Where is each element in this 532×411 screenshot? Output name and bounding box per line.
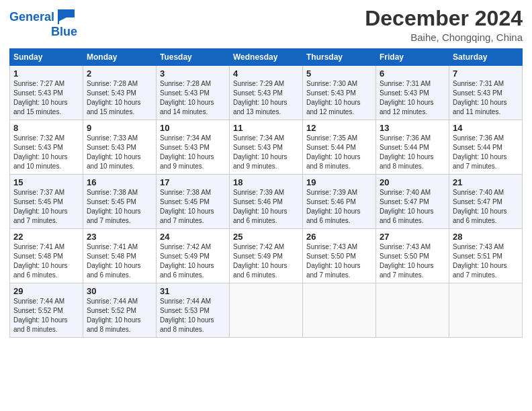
day-number: 24 (160, 232, 226, 242)
day-number: 25 (233, 232, 299, 242)
day-number: 26 (306, 232, 372, 242)
day-number: 31 (160, 286, 226, 296)
day-info: Sunrise: 7:28 AM Sunset: 5:43 PM Dayligh… (87, 79, 152, 117)
day-number: 5 (306, 68, 372, 79)
day-number: 14 (453, 123, 519, 133)
day-info: Sunrise: 7:29 AM Sunset: 5:43 PM Dayligh… (233, 79, 299, 117)
day-info: Sunrise: 7:43 AM Sunset: 5:50 PM Dayligh… (306, 242, 372, 280)
calendar-cell: 20Sunrise: 7:40 AM Sunset: 5:47 PM Dayli… (376, 175, 449, 229)
calendar-cell (230, 283, 303, 338)
day-info: Sunrise: 7:28 AM Sunset: 5:43 PM Dayligh… (160, 79, 226, 117)
calendar-cell: 29Sunrise: 7:44 AM Sunset: 5:52 PM Dayli… (10, 283, 83, 338)
calendar-cell: 5Sunrise: 7:30 AM Sunset: 5:43 PM Daylig… (303, 66, 376, 120)
day-info: Sunrise: 7:39 AM Sunset: 5:46 PM Dayligh… (233, 188, 299, 226)
day-number: 23 (87, 232, 152, 242)
day-number: 17 (160, 177, 226, 187)
calendar-cell: 10Sunrise: 7:34 AM Sunset: 5:43 PM Dayli… (157, 120, 230, 175)
day-number: 12 (306, 123, 372, 133)
col-header-monday: Monday (83, 49, 157, 66)
day-info: Sunrise: 7:37 AM Sunset: 5:45 PM Dayligh… (13, 188, 79, 226)
calendar-cell: 4Sunrise: 7:29 AM Sunset: 5:43 PM Daylig… (230, 66, 303, 120)
day-info: Sunrise: 7:39 AM Sunset: 5:46 PM Dayligh… (306, 188, 372, 226)
day-info: Sunrise: 7:41 AM Sunset: 5:48 PM Dayligh… (87, 242, 152, 280)
calendar-cell: 2Sunrise: 7:28 AM Sunset: 5:43 PM Daylig… (83, 66, 157, 120)
calendar-table: SundayMondayTuesdayWednesdayThursdayFrid… (9, 48, 523, 338)
day-info: Sunrise: 7:42 AM Sunset: 5:49 PM Dayligh… (160, 242, 226, 280)
day-info: Sunrise: 7:43 AM Sunset: 5:50 PM Dayligh… (380, 242, 445, 280)
calendar-cell: 30Sunrise: 7:44 AM Sunset: 5:52 PM Dayli… (83, 283, 157, 338)
day-number: 8 (13, 123, 79, 133)
day-info: Sunrise: 7:40 AM Sunset: 5:47 PM Dayligh… (380, 188, 445, 226)
day-number: 21 (453, 177, 519, 187)
calendar-cell: 9Sunrise: 7:33 AM Sunset: 5:43 PM Daylig… (83, 120, 157, 175)
day-number: 1 (13, 68, 79, 79)
day-number: 29 (13, 286, 79, 296)
calendar-cell: 7Sunrise: 7:31 AM Sunset: 5:43 PM Daylig… (449, 66, 523, 120)
day-number: 15 (13, 177, 79, 187)
day-info: Sunrise: 7:36 AM Sunset: 5:44 PM Dayligh… (380, 134, 445, 171)
page-title: December 2024 (365, 7, 523, 30)
calendar-cell: 12Sunrise: 7:35 AM Sunset: 5:44 PM Dayli… (303, 120, 376, 175)
calendar-cell: 25Sunrise: 7:42 AM Sunset: 5:49 PM Dayli… (230, 229, 303, 283)
calendar-cell: 17Sunrise: 7:38 AM Sunset: 5:45 PM Dayli… (157, 175, 230, 229)
logo-subtext: Blue (51, 26, 77, 39)
day-info: Sunrise: 7:33 AM Sunset: 5:43 PM Dayligh… (87, 134, 152, 171)
col-header-wednesday: Wednesday (230, 49, 303, 66)
col-header-tuesday: Tuesday (157, 49, 230, 66)
day-number: 10 (160, 123, 226, 133)
logo-text: General (9, 11, 54, 24)
calendar-cell: 3Sunrise: 7:28 AM Sunset: 5:43 PM Daylig… (157, 66, 230, 120)
calendar-cell (376, 283, 449, 338)
day-number: 2 (87, 68, 152, 79)
day-info: Sunrise: 7:32 AM Sunset: 5:43 PM Dayligh… (13, 134, 79, 171)
day-info: Sunrise: 7:43 AM Sunset: 5:51 PM Dayligh… (453, 242, 519, 280)
day-number: 30 (87, 286, 152, 296)
title-block: December 2024 Baihe, Chongqing, China (365, 7, 523, 43)
calendar-cell: 26Sunrise: 7:43 AM Sunset: 5:50 PM Dayli… (303, 229, 376, 283)
calendar-cell: 6Sunrise: 7:31 AM Sunset: 5:43 PM Daylig… (376, 66, 449, 120)
calendar-cell: 14Sunrise: 7:36 AM Sunset: 5:44 PM Dayli… (449, 120, 523, 175)
day-number: 11 (233, 123, 299, 133)
calendar-cell: 22Sunrise: 7:41 AM Sunset: 5:48 PM Dayli… (10, 229, 83, 283)
logo: General Blue (9, 9, 77, 39)
day-number: 28 (453, 232, 519, 242)
day-info: Sunrise: 7:34 AM Sunset: 5:43 PM Dayligh… (233, 134, 299, 171)
day-info: Sunrise: 7:31 AM Sunset: 5:43 PM Dayligh… (380, 79, 445, 117)
day-number: 13 (380, 123, 445, 133)
col-header-saturday: Saturday (449, 49, 523, 66)
day-number: 3 (160, 68, 226, 79)
day-info: Sunrise: 7:36 AM Sunset: 5:44 PM Dayligh… (453, 134, 519, 171)
day-number: 4 (233, 68, 299, 79)
calendar-cell: 18Sunrise: 7:39 AM Sunset: 5:46 PM Dayli… (230, 175, 303, 229)
calendar-cell: 1Sunrise: 7:27 AM Sunset: 5:43 PM Daylig… (10, 66, 83, 120)
day-info: Sunrise: 7:44 AM Sunset: 5:53 PM Dayligh… (160, 297, 226, 334)
day-info: Sunrise: 7:38 AM Sunset: 5:45 PM Dayligh… (87, 188, 152, 226)
day-number: 22 (13, 232, 79, 242)
day-info: Sunrise: 7:44 AM Sunset: 5:52 PM Dayligh… (13, 297, 79, 334)
calendar-cell: 15Sunrise: 7:37 AM Sunset: 5:45 PM Dayli… (10, 175, 83, 229)
calendar-cell: 13Sunrise: 7:36 AM Sunset: 5:44 PM Dayli… (376, 120, 449, 175)
day-info: Sunrise: 7:31 AM Sunset: 5:43 PM Dayligh… (453, 79, 519, 117)
calendar-cell: 16Sunrise: 7:38 AM Sunset: 5:45 PM Dayli… (83, 175, 157, 229)
day-info: Sunrise: 7:34 AM Sunset: 5:43 PM Dayligh… (160, 134, 226, 171)
calendar-cell: 8Sunrise: 7:32 AM Sunset: 5:43 PM Daylig… (10, 120, 83, 175)
day-number: 6 (380, 68, 445, 79)
day-number: 19 (306, 177, 372, 187)
col-header-friday: Friday (376, 49, 449, 66)
day-info: Sunrise: 7:41 AM Sunset: 5:48 PM Dayligh… (13, 242, 79, 280)
day-info: Sunrise: 7:40 AM Sunset: 5:47 PM Dayligh… (453, 188, 519, 226)
calendar-cell: 11Sunrise: 7:34 AM Sunset: 5:43 PM Dayli… (230, 120, 303, 175)
page-subtitle: Baihe, Chongqing, China (365, 32, 523, 43)
day-info: Sunrise: 7:30 AM Sunset: 5:43 PM Dayligh… (306, 79, 372, 117)
calendar-cell: 28Sunrise: 7:43 AM Sunset: 5:51 PM Dayli… (449, 229, 523, 283)
calendar-cell: 21Sunrise: 7:40 AM Sunset: 5:47 PM Dayli… (449, 175, 523, 229)
svg-marker-0 (58, 9, 75, 21)
day-number: 9 (87, 123, 152, 133)
calendar-cell: 24Sunrise: 7:42 AM Sunset: 5:49 PM Dayli… (157, 229, 230, 283)
day-number: 18 (233, 177, 299, 187)
day-info: Sunrise: 7:27 AM Sunset: 5:43 PM Dayligh… (13, 79, 79, 117)
day-info: Sunrise: 7:35 AM Sunset: 5:44 PM Dayligh… (306, 134, 372, 171)
day-info: Sunrise: 7:44 AM Sunset: 5:52 PM Dayligh… (87, 297, 152, 334)
calendar-cell (449, 283, 523, 338)
calendar-cell (303, 283, 376, 338)
